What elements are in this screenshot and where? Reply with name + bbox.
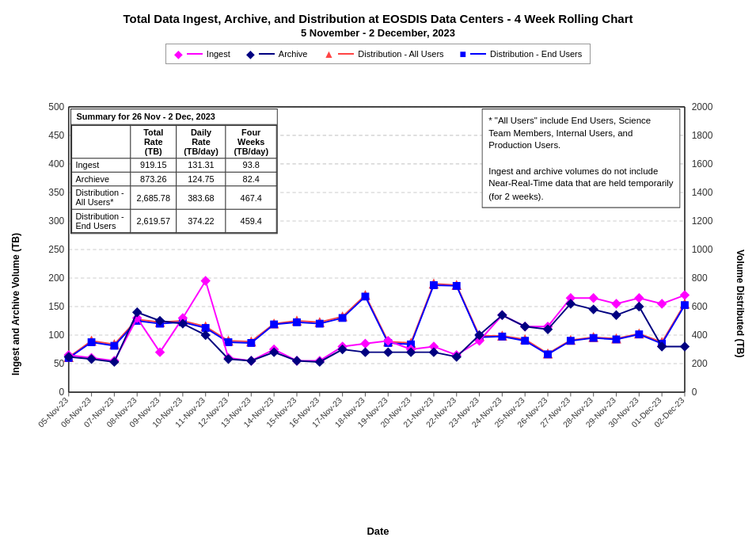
svg-text:350: 350 [48, 187, 64, 198]
main-title: Total Data Ingest, Archive, and Distribu… [123, 12, 633, 25]
svg-rect-130 [225, 339, 232, 346]
legend-line-0 [187, 53, 203, 55]
svg-text:1400: 1400 [692, 187, 713, 198]
chart-body: Ingest and Archive Volume (TB) 050100150… [8, 71, 748, 537]
x-axis-label: Date [24, 525, 732, 537]
svg-text:200: 200 [48, 272, 64, 284]
legend: ◆Ingest◆Archive▲Distribution - All Users… [165, 44, 591, 64]
svg-rect-132 [271, 321, 278, 328]
svg-text:200: 200 [692, 358, 708, 369]
legend-marker-1: ◆ [246, 48, 255, 60]
svg-rect-150 [682, 302, 689, 309]
svg-text:150: 150 [48, 301, 64, 312]
y-right-label: Volume Distributed (TB) [732, 71, 748, 537]
legend-line-2 [338, 53, 354, 55]
legend-label-2: Distribution - All Users [358, 49, 443, 59]
legend-line-1 [259, 53, 275, 55]
svg-text:0: 0 [692, 387, 697, 398]
svg-rect-135 [339, 314, 346, 322]
svg-rect-146 [590, 334, 597, 341]
svg-text:400: 400 [692, 330, 708, 341]
legend-item-2: ▲Distribution - All Users [323, 48, 443, 60]
legend-item-0: ◆Ingest [174, 48, 230, 60]
chart-inner: 0501001502002503003504004505000200400600… [24, 71, 732, 537]
svg-text:450: 450 [48, 130, 64, 141]
legend-line-3 [470, 53, 486, 55]
svg-text:1000: 1000 [692, 244, 713, 255]
svg-text:100: 100 [48, 330, 64, 341]
legend-item-3: ■Distribution - End Users [460, 48, 583, 60]
legend-marker-2: ▲ [323, 48, 334, 60]
svg-text:300: 300 [48, 215, 64, 227]
legend-marker-3: ■ [460, 48, 466, 60]
legend-label-0: Ingest [207, 49, 230, 59]
svg-rect-145 [567, 337, 574, 345]
svg-rect-125 [111, 342, 118, 349]
svg-text:800: 800 [692, 272, 708, 284]
svg-rect-131 [248, 340, 255, 347]
svg-rect-139 [431, 282, 438, 289]
y-left-label: Ingest and Archive Volume (TB) [8, 71, 24, 537]
svg-text:1600: 1600 [692, 158, 713, 170]
sub-title: 5 November - 2 December, 2023 [301, 27, 455, 39]
svg-text:500: 500 [48, 101, 64, 112]
legend-marker-0: ◆ [174, 48, 183, 60]
legend-item-1: ◆Archive [246, 48, 308, 60]
svg-text:2000: 2000 [692, 101, 713, 112]
svg-rect-136 [362, 293, 369, 300]
svg-text:1200: 1200 [692, 215, 713, 227]
chart-container: Total Data Ingest, Archive, and Distribu… [0, 0, 756, 545]
svg-text:600: 600 [692, 301, 708, 312]
svg-rect-144 [545, 351, 552, 358]
svg-rect-143 [522, 337, 529, 345]
svg-rect-148 [636, 331, 643, 338]
svg-rect-134 [316, 320, 323, 327]
svg-text:250: 250 [48, 244, 64, 255]
legend-label-3: Distribution - End Users [490, 49, 582, 59]
svg-rect-124 [88, 339, 95, 346]
svg-rect-142 [499, 333, 506, 340]
svg-rect-147 [613, 336, 620, 343]
svg-rect-133 [294, 318, 301, 326]
svg-rect-140 [453, 283, 460, 290]
svg-text:50: 50 [54, 358, 65, 369]
svg-text:1800: 1800 [692, 130, 713, 141]
main-chart-svg: 0501001502002503003504004505000200400600… [24, 71, 732, 524]
legend-label-1: Archive [279, 49, 308, 59]
svg-text:400: 400 [48, 158, 64, 170]
